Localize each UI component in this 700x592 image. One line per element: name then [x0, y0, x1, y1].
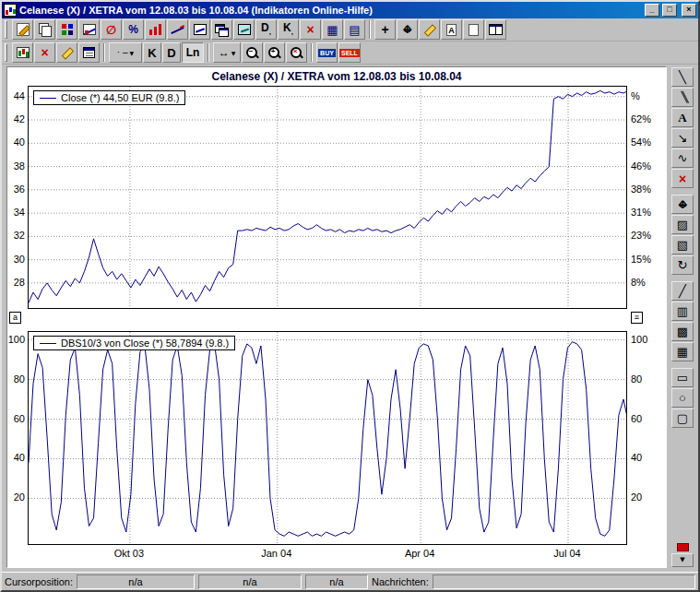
- status-field-1: n/a: [77, 574, 195, 589]
- remove-indicator-button[interactable]: ∅: [101, 19, 122, 40]
- oscillator-legend-text: DBS10/3 von Close (*) 58,7894 (9.8.): [61, 337, 229, 349]
- toolbar-grip[interactable]: [5, 43, 7, 62]
- price-plot[interactable]: [28, 86, 627, 309]
- copy-button[interactable]: [34, 19, 55, 40]
- toolbar-separator: [103, 43, 105, 62]
- hatch-tool[interactable]: ▨: [671, 215, 694, 234]
- buy-marker-button[interactable]: BUY: [316, 42, 338, 63]
- quote-board-button[interactable]: [56, 19, 77, 40]
- close-button[interactable]: ×: [682, 4, 696, 17]
- line-style-icon: · –: [117, 48, 128, 57]
- zoom-in-button[interactable]: +: [264, 42, 285, 63]
- delete-object-button[interactable]: ×: [34, 42, 55, 63]
- delete-indicator-button[interactable]: ×: [300, 19, 321, 40]
- properties-button[interactable]: [78, 42, 100, 63]
- toolbar-grip[interactable]: [5, 20, 7, 39]
- trend-arrow-tool[interactable]: ↘: [671, 128, 694, 148]
- indicator-chart-button[interactable]: [12, 42, 33, 63]
- draw-button[interactable]: [419, 19, 440, 40]
- chart-window-button[interactable]: [78, 19, 100, 40]
- ln-scale-button[interactable]: Ln: [182, 42, 204, 63]
- notes-button[interactable]: [463, 19, 484, 40]
- divergence-button[interactable]: D: [162, 42, 181, 63]
- linechart-icon: [171, 24, 184, 35]
- sell-marker-button[interactable]: SELL: [338, 42, 361, 63]
- y-axis-right-label: 46%: [631, 160, 666, 172]
- move-objects-tool[interactable]: ↔↕: [671, 195, 694, 214]
- daily-period-button[interactable]: D,: [255, 19, 277, 40]
- line-style-dropdown[interactable]: · –▼: [109, 42, 142, 63]
- app-icon: [4, 4, 17, 17]
- minimize-button[interactable]: _: [645, 4, 659, 17]
- curve-icon: ∿: [678, 152, 688, 164]
- trendline-tool[interactable]: ╲: [671, 67, 694, 87]
- kurs-chart-button[interactable]: K: [143, 42, 161, 63]
- chart-monitor-button[interactable]: [189, 19, 210, 40]
- chart-panel: Celanese (X) / XETRA vom 12.08.03 bis 10…: [6, 66, 667, 568]
- rounded-rect-tool[interactable]: ▢: [671, 408, 694, 428]
- cross-grid-tool[interactable]: ▦: [671, 342, 694, 361]
- indicator-table-button[interactable]: ▦: [322, 19, 343, 40]
- cascade-windows-icon: [215, 24, 229, 36]
- rotate-icon: ↻: [678, 259, 688, 271]
- ellipse-tool[interactable]: ○: [671, 388, 694, 408]
- y-axis-label: 38: [7, 160, 25, 172]
- zoom-out-button[interactable]: −: [242, 42, 263, 63]
- y-axis-label: 20: [7, 491, 25, 503]
- curve-tool[interactable]: ∿: [671, 148, 694, 168]
- gann-line-icon: ╱: [679, 285, 686, 297]
- content-area: Celanese (X) / XETRA vom 12.08.03 bis 10…: [2, 65, 698, 572]
- x-axis-label: Jul 04: [553, 548, 580, 559]
- move-chart-button[interactable]: ↔↕: [397, 19, 418, 40]
- edit-object-button[interactable]: [56, 42, 77, 63]
- cascade-windows-button[interactable]: [211, 19, 232, 40]
- hatch-icon: ▨: [677, 219, 688, 231]
- gann-line-tool[interactable]: ╱: [671, 281, 694, 301]
- toolbar-separator: [369, 20, 371, 39]
- zoom-reset-button[interactable]: ×: [286, 42, 307, 63]
- vertical-grid-icon: ▥: [677, 305, 688, 317]
- trendline-icon: ╲: [679, 71, 686, 83]
- vertical-grid-tool[interactable]: ▥: [671, 302, 694, 321]
- parallel-channel-tool[interactable]: ╲╲: [671, 88, 694, 107]
- linechart-button[interactable]: [167, 19, 188, 40]
- properties-icon: [83, 47, 95, 58]
- rectangle-tool[interactable]: ▭: [671, 368, 694, 387]
- rotate-tool[interactable]: ↻: [671, 255, 694, 275]
- messages-field: [433, 574, 695, 589]
- percent-scale-icon: %: [128, 24, 138, 35]
- diagonal-grid-tool[interactable]: ▩: [671, 322, 694, 341]
- hrange-dropdown[interactable]: ↔▼: [213, 42, 241, 63]
- histogram-button[interactable]: [145, 19, 166, 40]
- panel-menu-button[interactable]: ≡: [631, 312, 643, 324]
- text-tool[interactable]: A: [671, 108, 694, 127]
- split-view-button[interactable]: [485, 19, 506, 40]
- percent-scale-button[interactable]: %: [123, 19, 144, 40]
- hatch-arrow-tool[interactable]: ▧: [671, 235, 694, 255]
- text-icon: A: [678, 112, 686, 124]
- histogram-icon: [149, 24, 161, 35]
- titlebar[interactable]: Celanese (X) / XETRA vom 12.08.03 bis 10…: [2, 2, 698, 18]
- side-scroll-down-button[interactable]: ▼: [671, 553, 694, 567]
- legend-line-sample-icon: [40, 343, 56, 344]
- text-note-button[interactable]: A: [441, 19, 462, 40]
- panel-a-button[interactable]: a: [9, 312, 21, 324]
- oscillator-plot[interactable]: [28, 331, 627, 545]
- y-axis-right-label: 80: [631, 373, 666, 385]
- side-scroll-thumb[interactable]: [677, 543, 689, 551]
- app-window: Celanese (X) / XETRA vom 12.08.03 bis 10…: [0, 0, 700, 592]
- quotes-table-button[interactable]: ▤: [344, 19, 365, 40]
- fullscreen-icon: [238, 24, 251, 35]
- hatch-arrow-icon: ▧: [677, 239, 688, 251]
- kurs-chart-icon: K: [148, 47, 156, 59]
- crosshair-button[interactable]: +: [374, 19, 396, 40]
- copy-icon: [39, 23, 51, 36]
- delete-drawing-tool[interactable]: ×: [671, 169, 694, 188]
- fullscreen-button[interactable]: [233, 19, 255, 40]
- candle-period-button[interactable]: K,: [278, 19, 299, 40]
- maximize-button[interactable]: □: [662, 4, 677, 17]
- dropdown-arrow-icon: ▼: [130, 50, 135, 56]
- divergence-icon: D: [167, 47, 175, 59]
- toolbar-row-2: ×· –▼KDLn↔▼−+×BUYSELL: [2, 41, 698, 65]
- new-chart-button[interactable]: [12, 19, 33, 40]
